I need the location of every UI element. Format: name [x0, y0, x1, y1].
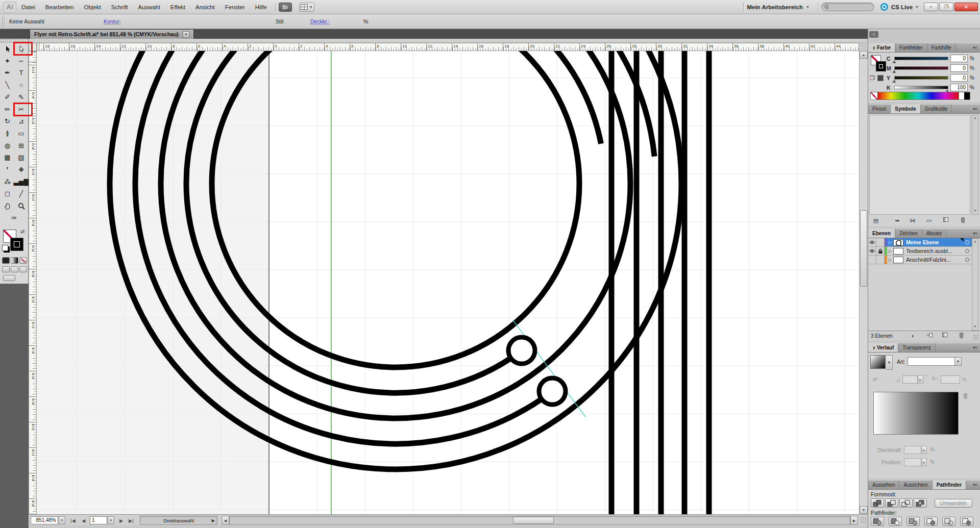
tab-transparenz[interactable]: Transparenz [898, 343, 936, 352]
tab-farbe[interactable]: ⇕ Farbe [868, 43, 895, 52]
new-sublayer-icon[interactable] [924, 332, 935, 340]
workspace-switcher[interactable]: Mein Arbeitsbereich [747, 4, 803, 10]
menu-bearbeiten[interactable]: Bearbeiten [40, 0, 79, 14]
tab-pathfinder[interactable]: Pathfinder [933, 481, 966, 489]
vertical-scrollbar[interactable]: ▲ ▼ [859, 51, 868, 514]
scroll-down-icon[interactable]: ▼ [972, 208, 978, 214]
menu-objekt[interactable]: Objekt [79, 0, 106, 14]
bridge-button[interactable]: Br [279, 3, 292, 12]
perspective-grid-tool[interactable]: ⊞ [14, 140, 28, 152]
blend-tool[interactable]: ❖ [14, 164, 28, 175]
panel-menu-icon[interactable]: ▾≡ [970, 43, 980, 52]
scroll-down-icon[interactable]: ▼ [860, 506, 868, 514]
page-dropdown-icon[interactable]: ▼ [108, 516, 114, 524]
scroll-down-icon[interactable]: ▼ [972, 324, 978, 330]
panel-menu-icon[interactable]: ▾≡ [970, 229, 980, 238]
layer-lock-toggle[interactable] [876, 256, 885, 264]
symbol-libraries-icon[interactable]: ▤ [871, 217, 880, 224]
delete-layer-icon[interactable] [956, 332, 966, 340]
layer-body[interactable]: ▷Anschnitt/Falzlini... [887, 256, 972, 264]
layer-body[interactable]: ▷Textbereich ausbl... [887, 247, 972, 256]
place-symbol-icon[interactable]: ➥ [893, 217, 902, 224]
channel-slider-thumb[interactable] [892, 60, 896, 63]
selection-tool[interactable] [1, 43, 14, 55]
type-tool[interactable]: T [14, 67, 28, 79]
menu-fenster[interactable]: Fenster [220, 0, 250, 14]
arrange-documents-button[interactable]: ▼ [299, 3, 314, 12]
magic-wand-tool[interactable]: ✦ [1, 55, 14, 67]
shape-mode-exclude-button[interactable] [914, 498, 927, 508]
channel-slider-thumb[interactable] [892, 80, 896, 83]
free-transform-tool[interactable]: ▭ [14, 128, 28, 139]
scroll-up-icon[interactable]: ▲ [860, 51, 868, 59]
ellipse-tool[interactable]: ○ [14, 79, 28, 91]
stop-opacity-field[interactable] [904, 446, 921, 454]
column-graph-tool[interactable]: ▃▅▇ [14, 176, 28, 188]
minimize-button[interactable]: – [924, 3, 938, 11]
next-page-button[interactable]: ▶ [119, 518, 123, 523]
panel-menu-icon[interactable]: ▾≡ [970, 105, 980, 113]
layer-row[interactable]: ▷Anschnitt/Falzlini... [868, 256, 972, 264]
white-swatch[interactable] [959, 92, 964, 99]
stroke-panel-link[interactable]: Kontur: [104, 18, 121, 24]
restore-button[interactable]: ❐ [939, 3, 953, 11]
gradient-swatch-dropdown[interactable]: ▼ [886, 355, 893, 370]
symbol-options-icon[interactable]: ▭ [924, 217, 934, 224]
color-button[interactable] [2, 257, 10, 264]
aspect-ratio-field[interactable] [941, 375, 960, 384]
mesh-tool[interactable]: ▦ [1, 152, 14, 163]
lasso-tool[interactable]: ∽ [14, 55, 28, 67]
pathfinder-divide-button[interactable] [871, 517, 884, 526]
shape-mode-intersect-button[interactable] [899, 498, 913, 508]
pathfinder-trim-button[interactable] [889, 517, 902, 526]
close-tab-icon[interactable]: ✕ [183, 31, 189, 38]
resize-grip[interactable] [973, 334, 979, 340]
menu-hilfe[interactable]: Hilfe [250, 0, 272, 14]
canvas-artwork[interactable] [37, 51, 859, 514]
tab-pinsel[interactable]: Pinsel [868, 105, 891, 113]
vertical-ruler[interactable]: 222426283032343638404244464850525456 [29, 51, 37, 514]
scroll-left-icon[interactable]: ◀ [222, 516, 229, 525]
gradient-swatch[interactable] [870, 355, 886, 369]
horizontal-scroll-thumb[interactable] [513, 517, 554, 524]
break-link-icon[interactable]: ⋈ [908, 217, 917, 224]
channel-value-K[interactable]: 100 [950, 84, 968, 91]
close-button[interactable]: ✕ [954, 3, 978, 11]
tab-grafikstile[interactable]: Grafikstile [921, 105, 952, 113]
layer-body[interactable]: ▷Meine Ebene [887, 238, 972, 247]
layer-name[interactable]: Meine Ebene [906, 239, 965, 245]
layer-name[interactable]: Textbereich ausbl... [906, 248, 965, 254]
zoom-level-field[interactable]: 851,48% [31, 516, 58, 524]
rotate-tool[interactable]: ↻ [1, 115, 14, 127]
shape-builder-tool[interactable]: ◍ [1, 140, 14, 152]
first-page-button[interactable]: |◀ [70, 518, 76, 523]
closest-web-color-swatch[interactable] [877, 75, 884, 81]
tab-ebenen[interactable]: Ebenen [868, 229, 895, 238]
symbol-sprayer-tool[interactable]: ⁂ [1, 176, 14, 188]
zoom-dropdown-icon[interactable]: ▼ [59, 516, 65, 524]
swap-fill-stroke-icon[interactable]: ⇄ [20, 229, 27, 235]
color-stroke-proxy[interactable] [876, 61, 886, 71]
pathfinder-outline-button[interactable] [942, 517, 955, 526]
panel-grip[interactable] [2, 16, 5, 27]
canvas-viewport[interactable] [37, 51, 859, 514]
document-tab[interactable]: Flyer mit Retro-Schrift.ai* bei 851,48 %… [30, 29, 194, 39]
channel-slider-thumb[interactable] [892, 70, 896, 73]
eyedropper-tool[interactable]: ❜ [1, 164, 14, 175]
pencil-tool[interactable]: ✎ [14, 91, 28, 103]
gradient-slider[interactable] [873, 392, 959, 435]
line-segment-tool[interactable]: ╲ [1, 79, 14, 91]
black-swatch[interactable] [964, 92, 970, 99]
menu-datei[interactable]: Datei [16, 0, 40, 14]
tab-aussehen[interactable]: Aussehen [868, 481, 899, 489]
shape-mode-unite-button[interactable] [871, 498, 884, 508]
new-layer-icon[interactable] [940, 332, 950, 340]
paintbrush-tool[interactable]: ✐ [1, 91, 14, 103]
gradient-type-select[interactable]: ▼ [908, 357, 962, 366]
layer-expand-icon[interactable]: ▷ [889, 258, 892, 262]
spectrum-gradient[interactable] [877, 92, 959, 99]
menu-schrift[interactable]: Schrift [106, 0, 133, 14]
tab-ausrichten[interactable]: Ausrichten [899, 481, 932, 489]
panel-menu-icon[interactable]: ▾≡ [970, 343, 980, 352]
menu-auswahl[interactable]: Auswahl [133, 0, 165, 14]
